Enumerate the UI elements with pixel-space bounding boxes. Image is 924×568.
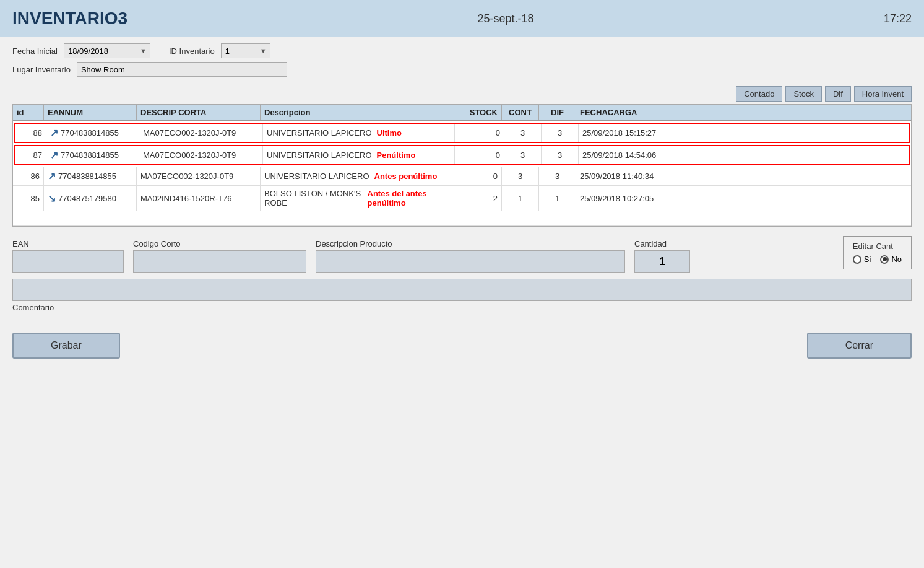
cell-descrip-88: MA07ECO002-1320J-0T9 [139, 124, 263, 142]
col-descrip-corta: DESCRIP CORTA [137, 105, 261, 120]
cell-ean-87: ↗ 7704838814855 [46, 146, 139, 164]
col-cont: CONT [502, 105, 539, 120]
cell-id-88: 88 [15, 124, 46, 142]
header-buttons-row: Contado Stock Dif Hora Invent [0, 84, 924, 104]
cell-dif-86: 3 [539, 167, 576, 185]
col-dif: DIF [539, 105, 576, 120]
cell-fecha-88: 25/09/2018 15:15:27 [579, 124, 678, 142]
fecha-value: 18/09/2018 [64, 45, 137, 58]
cerrar-button[interactable]: Cerrar [807, 333, 912, 359]
desc-producto-input[interactable] [316, 250, 625, 273]
row-label-antes-del: Antes del antes penúltimo [368, 189, 448, 208]
codigo-group: Codigo Corto [133, 239, 306, 273]
comentario-row: Comentario [12, 279, 912, 312]
lugar-row: Lugar Inventario [12, 62, 912, 77]
row-label-antes: Antes penúltimo [374, 172, 438, 181]
cantidad-label: Cantidad [634, 239, 690, 248]
table-row[interactable]: 88 ↗ 7704838814855 MA07ECO002-1320J-0T9 … [14, 123, 910, 143]
row-label-ultimo: Ultimo [377, 128, 402, 138]
cell-cont-87: 3 [504, 146, 542, 164]
fecha-row: Fecha Inicial 18/09/2018 ▼ ID Inventario… [12, 43, 912, 58]
lugar-label: Lugar Inventario [12, 65, 71, 74]
desc-group: Descripcion Producto [316, 239, 625, 273]
cell-cont-85: 1 [502, 186, 539, 211]
editar-cant-box: Editar Cant Si No [843, 236, 912, 269]
cell-descrip-86: MA07ECO002-1320J-0T9 [137, 167, 261, 185]
arrow-up-icon: ↗ [50, 127, 58, 139]
cell-ean-85: ↘ 7704875179580 [44, 186, 137, 211]
cell-id-86: 86 [13, 167, 44, 185]
cell-descripcion-86: UNIVERSITARIO LAPICERO Antes penúltimo [261, 167, 452, 185]
grabar-button[interactable]: Grabar [12, 333, 120, 359]
table-row[interactable]: 85 ↘ 7704875179580 MA02IND416-1520R-T76 … [13, 186, 911, 211]
col-descripcion: Descripcion [261, 105, 452, 120]
comentario-label: Comentario [12, 303, 912, 312]
action-buttons: Grabar Cerrar [0, 320, 924, 365]
cell-dif-87: 3 [542, 146, 579, 164]
col-stock: STOCK [452, 105, 502, 120]
cell-cont-86: 3 [502, 167, 539, 185]
cell-dif-88: 3 [542, 124, 579, 142]
cell-descripcion-87: UNIVERSITARIO LAPICERO Penúltimo [263, 146, 455, 164]
stock-button[interactable]: Stock [785, 86, 822, 102]
cell-stock-86: 0 [452, 167, 502, 185]
col-eannum: EANNUM [44, 105, 137, 120]
radio-no[interactable]: No [880, 255, 902, 264]
cell-cont-88: 3 [504, 124, 542, 142]
cell-descrip-87: MA07ECO002-1320J-0T9 [139, 146, 263, 164]
cantidad-group: Cantidad [634, 239, 690, 273]
dif-button[interactable]: Dif [825, 86, 851, 102]
table-header: id EANNUM DESCRIP CORTA Descripcion STOC… [13, 105, 911, 121]
form-area: Fecha Inicial 18/09/2018 ▼ ID Inventario… [0, 37, 924, 84]
header-time: 17:22 [884, 12, 912, 25]
cell-ean-88: ↗ 7704838814855 [46, 124, 139, 142]
cell-descripcion-85: BOLSO LISTON / MONK'S ROBE Antes del ant… [261, 186, 452, 211]
row-label-penultimo: Penúltimo [377, 151, 416, 160]
comentario-input[interactable] [12, 279, 912, 301]
lugar-input[interactable] [77, 62, 287, 77]
header-date: 25-sept.-18 [478, 12, 534, 25]
bottom-section: Editar Cant Si No EAN Codigo Corto [0, 227, 924, 320]
codigo-input[interactable] [133, 250, 306, 273]
cell-descrip-85: MA02IND416-1520R-T76 [137, 186, 261, 211]
ean-group: EAN [12, 239, 124, 273]
arrow-right-icon: ↗ [50, 149, 58, 161]
cell-stock-88: 0 [455, 124, 504, 142]
cell-fecha-87: 25/09/2018 14:54:06 [579, 146, 678, 164]
cell-ean-86: ↗ 7704838814855 [44, 167, 137, 185]
header: INVENTARIO3 25-sept.-18 17:22 [0, 0, 924, 37]
fecha-dropdown[interactable]: 18/09/2018 ▼ [64, 43, 150, 58]
cell-fecha-86: 25/09/2018 11:40:34 [576, 167, 675, 185]
radio-no-label: No [891, 255, 902, 264]
codigo-label: Codigo Corto [133, 239, 306, 248]
main-container: INVENTARIO3 25-sept.-18 17:22 Fecha Inic… [0, 0, 924, 568]
id-label: ID Inventario [169, 46, 215, 56]
hora-invent-button[interactable]: Hora Invent [854, 86, 912, 102]
radio-si-circle[interactable] [853, 255, 861, 264]
cell-descripcion-88: UNIVERSITARIO LAPICERO Ultimo [263, 124, 455, 142]
page-title: INVENTARIO3 [12, 9, 127, 28]
cell-stock-87: 0 [455, 146, 504, 164]
editar-cant-title: Editar Cant [853, 242, 902, 251]
table-row[interactable]: 87 ↗ 7704838814855 MA07ECO002-1320J-0T9 … [14, 145, 910, 165]
ean-label: EAN [12, 239, 124, 248]
radio-row: Si No [853, 255, 902, 264]
radio-si[interactable]: Si [853, 255, 871, 264]
cell-id-85: 85 [13, 186, 44, 211]
fecha-label: Fecha Inicial [12, 46, 58, 56]
cell-stock-85: 2 [452, 186, 502, 211]
radio-si-label: Si [864, 255, 871, 264]
radio-no-circle[interactable] [880, 255, 889, 264]
inventory-table: id EANNUM DESCRIP CORTA Descripcion STOC… [12, 104, 912, 227]
desc-label: Descripcion Producto [316, 239, 625, 248]
contado-button[interactable]: Contado [736, 86, 782, 102]
cantidad-input[interactable] [634, 250, 690, 273]
col-id: id [13, 105, 44, 120]
table-row[interactable]: 86 ↗ 7704838814855 MA07ECO002-1320J-0T9 … [13, 167, 911, 186]
id-value: 1 [222, 45, 257, 58]
col-fechacarga: FECHACARGA [576, 105, 675, 120]
id-dropdown[interactable]: 1 ▼ [221, 43, 270, 58]
cell-fecha-85: 25/09/2018 10:27:05 [576, 186, 675, 211]
ean-input[interactable] [12, 250, 124, 273]
arrow-curve-icon: ↗ [48, 170, 56, 182]
